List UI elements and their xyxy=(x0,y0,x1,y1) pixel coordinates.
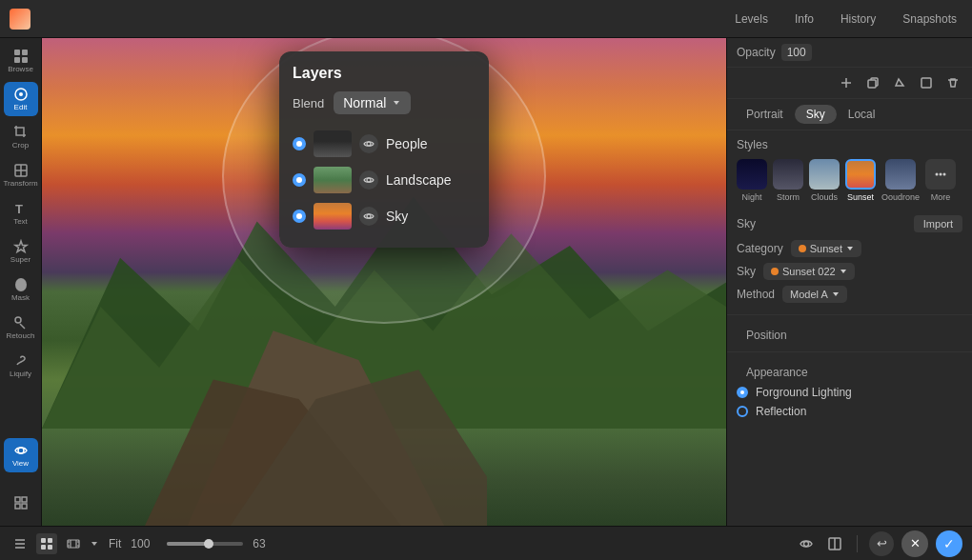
position-title: Position xyxy=(737,321,962,346)
style-thumb-storm xyxy=(773,159,803,190)
style-storm[interactable]: Storm xyxy=(773,159,803,202)
category-row: Category Sunset xyxy=(737,240,962,257)
layer-radio-landscape xyxy=(293,173,306,187)
grid-view-icon[interactable] xyxy=(36,533,57,554)
styles-grid: Night Storm Clouds Sunset Ooudrone xyxy=(727,155,972,210)
tool-crop[interactable]: Crop xyxy=(4,120,38,154)
tool-retouch[interactable]: Retouch xyxy=(4,310,38,345)
svg-rect-23 xyxy=(868,80,876,88)
tool-liquify[interactable]: Liquify xyxy=(4,349,38,383)
layer-item-sky[interactable]: Sky xyxy=(293,198,476,234)
layer-eye-sky[interactable] xyxy=(359,207,378,226)
appearance-reflection[interactable]: Reflection xyxy=(737,402,962,421)
tool-edit[interactable]: Edit xyxy=(4,82,38,116)
hamburger-icon[interactable] xyxy=(10,533,30,554)
layer-eye-landscape[interactable] xyxy=(359,170,378,190)
eraser-btn[interactable] xyxy=(888,71,911,94)
style-thumb-clouds xyxy=(809,159,840,190)
bottom-left-icon[interactable] xyxy=(4,486,38,520)
right-panel: Opacity 100 Portrait Sky xyxy=(726,38,972,526)
forground-radio xyxy=(737,387,748,398)
style-sunset[interactable]: Sunset xyxy=(845,159,876,202)
method-dropdown[interactable]: Model A xyxy=(782,286,847,303)
compare-icon[interactable] xyxy=(824,533,845,554)
tool-mask-label: Mask xyxy=(11,294,30,302)
sub-tabs: Portrait Sky Local xyxy=(727,99,972,130)
sky-row: Sky Sunset 022 xyxy=(737,263,962,280)
filmstrip-icon[interactable] xyxy=(63,533,84,554)
layer-eye-people[interactable] xyxy=(359,134,378,153)
delete-layer-btn[interactable] xyxy=(942,71,964,94)
style-night[interactable]: Night xyxy=(737,159,767,202)
tool-browse[interactable]: Browse xyxy=(4,44,38,78)
reflection-radio xyxy=(737,406,748,417)
duplicate-layer-btn[interactable] xyxy=(861,71,884,94)
style-label-ooudrone: Ooudrone xyxy=(881,192,920,202)
layer-radio-people xyxy=(293,137,306,150)
layer-thumb-people xyxy=(314,130,352,157)
tab-info[interactable]: Info xyxy=(789,10,820,28)
svg-rect-12 xyxy=(22,497,27,502)
tool-retouch-label: Retouch xyxy=(7,332,35,340)
bottom-left-icons xyxy=(10,533,99,554)
layer-thumb-landscape xyxy=(314,167,352,193)
category-dropdown[interactable]: Sunset xyxy=(791,240,861,257)
tool-super[interactable]: Super xyxy=(4,234,38,269)
undo-button[interactable]: ↩ xyxy=(869,531,894,556)
import-button[interactable]: Import xyxy=(914,215,962,232)
sub-tab-local[interactable]: Local xyxy=(837,105,887,124)
sky-section-title: Sky xyxy=(737,217,756,230)
svg-point-5 xyxy=(19,92,23,96)
blend-dropdown[interactable]: Normal xyxy=(334,91,411,114)
tool-mask[interactable]: Mask xyxy=(4,272,38,307)
chevron-down-icon[interactable] xyxy=(90,539,99,549)
canvas-area[interactable]: Layers Blend Normal People xyxy=(42,38,726,526)
cancel-button[interactable]: ✕ xyxy=(901,530,928,557)
svg-rect-13 xyxy=(15,504,20,509)
appearance-section: Appearance Forground Lighting Reflection xyxy=(727,351,972,427)
merge-btn[interactable] xyxy=(915,71,938,94)
style-label-sunset: Sunset xyxy=(847,192,874,202)
zoom-value: 100 xyxy=(131,537,157,550)
tab-levels[interactable]: Levels xyxy=(729,10,774,28)
svg-rect-14 xyxy=(22,504,27,509)
style-ooudrone[interactable]: Ooudrone xyxy=(881,159,920,202)
tab-snapshots[interactable]: Snapshots xyxy=(897,10,962,28)
layer-item-landscape[interactable]: Landscape xyxy=(293,162,476,198)
sub-tab-sky[interactable]: Sky xyxy=(795,105,837,124)
done-button[interactable]: ✓ xyxy=(936,530,962,557)
style-clouds[interactable]: Clouds xyxy=(809,159,840,202)
layer-item-people[interactable]: People xyxy=(293,126,476,162)
layers-popup: Layers Blend Normal People xyxy=(279,51,489,248)
sky-value: Sunset 022 xyxy=(782,266,836,277)
style-label-storm: Storm xyxy=(777,192,800,202)
tool-browse-label: Browse xyxy=(8,66,33,73)
bottombar: Fit 100 63 ↩ ✕ ✓ xyxy=(0,526,972,560)
appearance-forground[interactable]: Forground Lighting xyxy=(737,383,962,402)
styles-section: Styles Night Storm Clouds Sunset xyxy=(727,130,972,210)
sub-tab-portrait[interactable]: Portrait xyxy=(735,105,795,124)
method-value: Model A xyxy=(790,289,828,300)
tool-view[interactable]: View xyxy=(4,438,38,472)
zoom-slider-fill xyxy=(167,542,209,546)
separator xyxy=(857,535,858,552)
sky-dropdown[interactable]: Sunset 022 xyxy=(763,263,855,280)
eye-bottom-icon[interactable] xyxy=(796,533,817,554)
panel-toolbar xyxy=(727,68,972,99)
tool-text[interactable]: T Text xyxy=(4,196,38,230)
category-dot xyxy=(799,245,806,252)
zoom-slider[interactable] xyxy=(167,542,243,546)
topbar-right: Levels Info History Snapshots xyxy=(729,10,962,28)
style-label-more: More xyxy=(931,192,951,202)
opacity-value[interactable]: 100 xyxy=(781,44,812,61)
svg-rect-1 xyxy=(22,50,28,55)
style-more[interactable]: More xyxy=(925,159,956,202)
method-row: Method Model A xyxy=(737,286,962,303)
style-thumb-ooudrone xyxy=(885,159,916,190)
tool-transform[interactable]: Transform xyxy=(4,158,38,192)
tab-history[interactable]: History xyxy=(835,10,881,28)
style-thumb-sunset xyxy=(845,159,876,190)
svg-rect-30 xyxy=(41,545,46,550)
add-layer-btn[interactable] xyxy=(835,71,858,94)
tool-view-label: View xyxy=(12,460,29,468)
